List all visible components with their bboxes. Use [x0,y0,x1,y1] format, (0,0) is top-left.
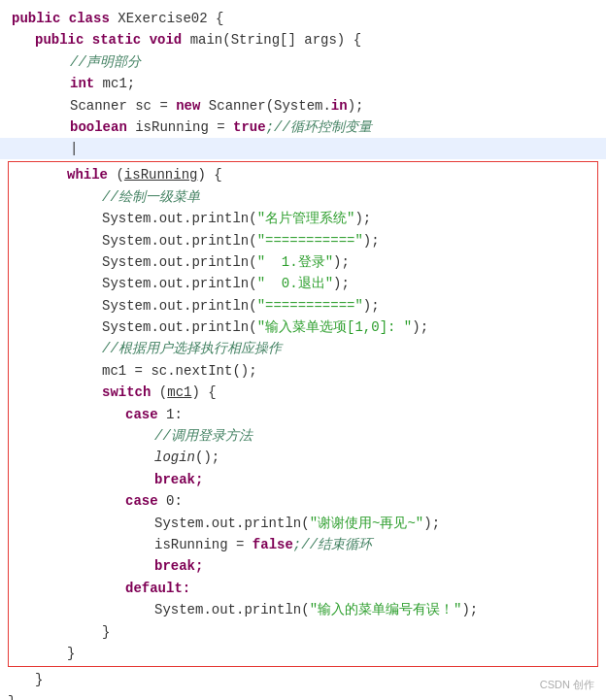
code-line: //调用登录方法 [9,425,597,447]
code-line: boolean isRunning = true;//循环控制变量 [0,117,606,138]
code-line: System.out.println("==========="); [9,230,597,251]
code-line: System.out.println(" 1.登录"); [9,251,597,273]
code-line: case 0: [9,490,597,512]
code-line: login(); [9,447,597,468]
code-line: case 1: [9,404,597,425]
code-line: } [0,691,606,700]
code-line: Scanner sc = new Scanner(System.in); [0,95,606,117]
code-line: int mc1; [0,73,606,94]
code-line: //根据用户选择执行相应操作 [9,338,597,359]
while-header: while (isRunning) { [9,164,597,185]
while-block: while (isRunning) { //绘制一级菜单 System.out.… [8,161,598,667]
code-line: break; [9,469,597,490]
code-line: System.out.println("名片管理系统"); [9,208,597,229]
code-line: public class XExercise02 { [0,8,606,29]
code-line: isRunning = false;//结束循环 [9,534,597,555]
code-line: System.out.println("==========="); [9,295,597,317]
code-line: } [9,621,597,643]
watermark: CSDN 创作 [540,677,594,694]
code-line: System.out.println("输入的菜单编号有误！"); [9,599,597,620]
code-line: //声明部分 [0,51,606,73]
code-line: } [0,669,606,690]
while-close: } [9,643,597,664]
code-line: public static void main(String[] args) { [0,29,606,50]
code-line: default: [9,578,597,599]
cursor-line: | [0,138,606,159]
code-line: //绘制一级菜单 [9,186,597,208]
code-line: System.out.println("谢谢使用~再见~"); [9,513,597,534]
code-editor: public class XExercise02 { public static… [0,0,606,700]
code-line: System.out.println("输入菜单选项[1,0]: "); [9,317,597,338]
code-line: break; [9,555,597,577]
switch-header: switch (mc1) { [9,382,597,403]
code-line: System.out.println(" 0.退出"); [9,273,597,294]
code-line: mc1 = sc.nextInt(); [9,360,597,382]
